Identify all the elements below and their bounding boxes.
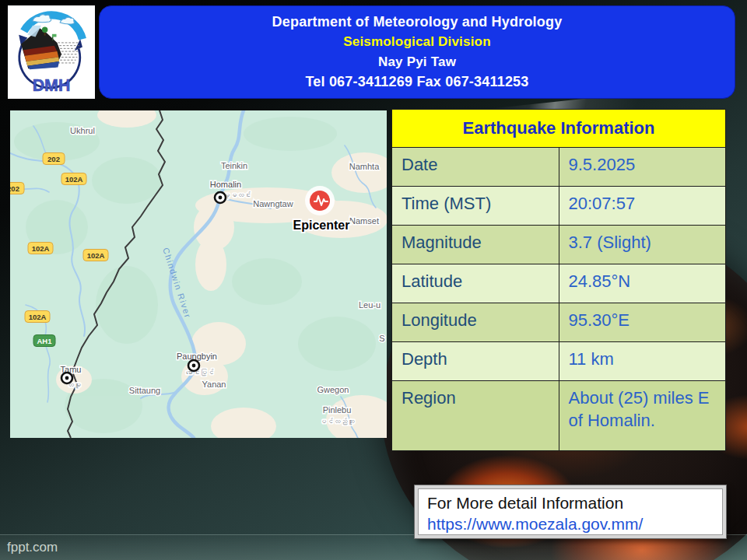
row-label: Time (MST)	[392, 187, 559, 226]
epicenter-map: Chindwin River 202 202 102A 102A 102A	[10, 110, 387, 438]
table-row-time: Time (MST) 20:07:57	[392, 187, 726, 226]
road-badge-202b: 202	[10, 183, 24, 194]
table-row-region: Region About (25) miles E of Homalin.	[392, 381, 726, 451]
table-row-longitude: Longitude 95.30°E	[392, 303, 726, 342]
map-label-namset: Namset	[349, 216, 379, 226]
svg-text:202: 202	[10, 184, 19, 193]
row-value: About (25) miles E of Homalin.	[559, 381, 726, 451]
map-label-sittaung: Sittaung	[129, 386, 160, 395]
division-title: Seismological Division	[106, 34, 728, 50]
row-label: Date	[392, 148, 559, 187]
row-label: Depth	[392, 342, 559, 381]
svg-text:102A: 102A	[29, 313, 47, 321]
table-row-depth: Depth 11 km	[392, 342, 726, 381]
map-label-namhta: Namhta	[349, 162, 380, 171]
moezala-link[interactable]: https://www.moezala.gov.mm/	[427, 513, 643, 534]
map-label-pinlebu-burmese: ပင်လည်ဘူး	[320, 418, 355, 425]
earthquake-table-panel: Earthquake Information Date 9.5.2025 Tim…	[391, 109, 726, 451]
dmh-logo: DMH	[8, 5, 95, 99]
row-label: Latitude	[392, 264, 559, 303]
city-marker-tamu	[61, 373, 72, 383]
fppt-watermark: fppt.com	[7, 540, 58, 555]
epicenter-label: Epicenter	[293, 219, 350, 232]
road-badge-102a-4: 102A	[25, 311, 50, 323]
map-label-s-cut: S	[379, 334, 384, 343]
map-label-ukhrul: Ukhrul	[70, 126, 95, 135]
footer-text: For More detail Information	[427, 492, 714, 513]
svg-text:AH1: AH1	[37, 337, 52, 345]
row-value: 11 km	[559, 342, 726, 381]
epicenter-marker	[305, 186, 335, 215]
road-badge-202: 202	[43, 153, 65, 165]
row-label: Region	[392, 381, 559, 451]
slide: DMH Department of Meteorology and Hydrol…	[0, 0, 747, 560]
table-row-magnitude: Magnitude 3.7 (Slight)	[392, 226, 726, 264]
road-badge-102a-1: 102A	[61, 173, 86, 185]
svg-text:102A: 102A	[65, 175, 83, 184]
map-label-gwegon: Gwegon	[317, 385, 349, 394]
map-label-yanan: Yanan	[202, 380, 226, 389]
road-badge-102a-2: 102A	[28, 243, 53, 254]
city-title: Nay Pyi Taw	[106, 54, 728, 70]
svg-text:202: 202	[47, 155, 60, 163]
map-label-paungbyin: Paungbyin	[177, 352, 217, 361]
dmh-logo-graphic: DMH	[11, 8, 92, 96]
map-label-pinlebu: Pinlebu	[323, 405, 352, 415]
svg-text:102A: 102A	[32, 244, 50, 253]
map-label-teinkin: Teinkin	[221, 161, 247, 170]
logo-dmh-text: DMH	[33, 76, 71, 95]
row-value: 3.7 (Slight)	[559, 226, 726, 264]
row-value: 95.30°E	[559, 303, 726, 342]
road-badge-102a-3: 102A	[83, 250, 108, 261]
contact-numbers: Tel 067-3411269 Fax 067-3411253	[106, 74, 728, 90]
city-marker-homalin	[215, 192, 226, 203]
row-value: 24.85°N	[559, 264, 726, 303]
header-banner: Department of Meteorology and Hydrology …	[99, 5, 735, 99]
road-badge-ah1: AH1	[33, 335, 55, 347]
row-value: 9.5.2025	[559, 148, 726, 187]
row-label: Magnitude	[392, 226, 559, 264]
row-label: Longitude	[392, 303, 559, 342]
row-value: 20:07:57	[559, 187, 726, 226]
map-panel: Chindwin River 202 202 102A 102A 102A	[10, 110, 387, 438]
table-row-latitude: Latitude 24.85°N	[392, 264, 726, 303]
earthquake-table: Earthquake Information Date 9.5.2025 Tim…	[391, 109, 726, 451]
city-marker-paungbyin	[188, 360, 199, 371]
org-title: Department of Meteorology and Hydrology	[106, 14, 728, 30]
map-label-leu-u: Leu-u	[359, 300, 381, 310]
table-row-date: Date 9.5.2025	[392, 148, 726, 187]
footer-info-box: For More detail Information https://www.…	[415, 485, 726, 538]
svg-text:102A: 102A	[87, 251, 105, 260]
table-title: Earthquake Information	[392, 110, 726, 148]
map-label-nawngtaw: Nawngtaw	[253, 199, 293, 208]
map-label-homalin: Homalin	[210, 180, 241, 189]
